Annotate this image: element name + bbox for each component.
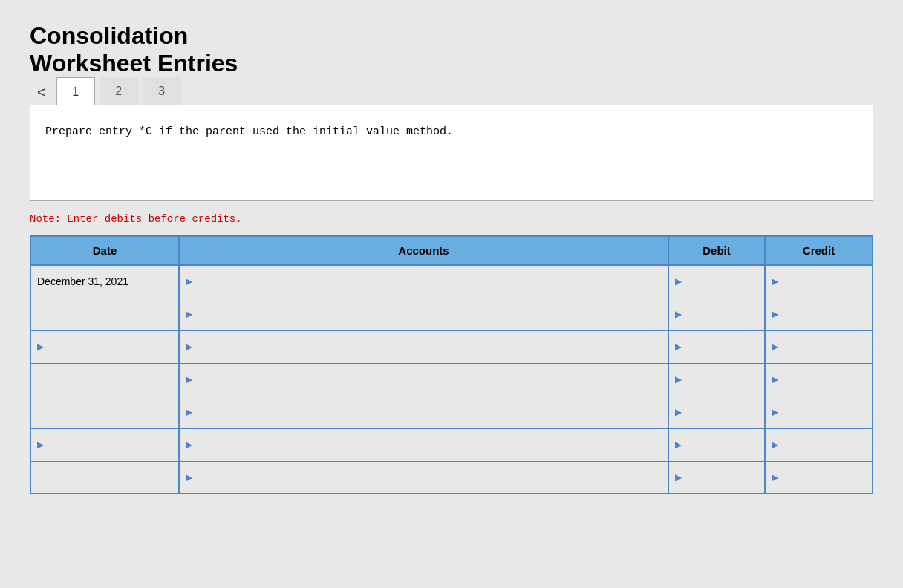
arrow-icon: ▶ (675, 440, 682, 450)
arrow-icon: ▶ (186, 374, 192, 385)
title-line1: Consolidation (30, 22, 188, 49)
date-cell-1: December 31, 2021 (30, 265, 179, 298)
accounts-cell-3[interactable]: ▶ (179, 330, 668, 363)
accounts-input-1[interactable] (195, 275, 662, 287)
arrow-icon: ▶ (772, 342, 778, 352)
credit-input-6[interactable] (781, 439, 866, 451)
credit-cell-1[interactable]: ▶ (765, 265, 873, 298)
page-container: Consolidation Worksheet Entries < 1 2 3 … (30, 22, 873, 494)
credit-input-5[interactable] (781, 406, 866, 418)
credit-input-7[interactable] (781, 471, 866, 483)
accounts-input-2[interactable] (195, 308, 662, 320)
tab-1[interactable]: 1 (56, 77, 95, 105)
header-credit: Credit (765, 236, 873, 265)
tabs-container: < 1 2 3 (30, 77, 873, 105)
debit-input-6[interactable] (685, 439, 758, 451)
date-input-3[interactable] (47, 341, 172, 353)
arrow-icon: ▶ (37, 440, 44, 450)
table-row: ▶ ▶ ▶ (30, 330, 873, 363)
debit-cell-7[interactable]: ▶ (668, 461, 765, 494)
credit-cell-3[interactable]: ▶ (765, 330, 873, 363)
date-cell-6[interactable]: ▶ (30, 428, 179, 461)
accounts-cell-6[interactable]: ▶ (179, 428, 668, 461)
arrow-icon: ▶ (675, 276, 682, 287)
credit-input-1[interactable] (781, 275, 866, 287)
accounts-input-3[interactable] (195, 341, 662, 353)
date-cell-7 (30, 461, 179, 494)
arrow-icon: ▶ (675, 374, 682, 385)
accounts-input-6[interactable] (195, 439, 662, 451)
accounts-input-4[interactable] (195, 373, 662, 385)
note-text: Note: Enter debits before credits. (30, 213, 873, 225)
title-line2: Worksheet Entries (30, 50, 238, 76)
accounts-cell-1[interactable]: ▶ (179, 265, 668, 298)
debit-cell-4[interactable]: ▶ (668, 363, 765, 396)
accounts-input-5[interactable] (195, 406, 662, 418)
debit-input-4[interactable] (685, 373, 758, 385)
instruction-text: Prepare entry *C if the parent used the … (45, 123, 858, 141)
arrow-icon: ▶ (186, 440, 192, 450)
arrow-icon: ▶ (675, 309, 682, 319)
date-cell-2 (30, 298, 179, 330)
credit-input-3[interactable] (781, 341, 866, 353)
debit-input-3[interactable] (685, 341, 758, 353)
date-cell-5 (30, 396, 179, 428)
tab-3[interactable]: 3 (143, 77, 181, 105)
arrow-icon: ▶ (675, 472, 682, 483)
accounts-cell-2[interactable]: ▶ (179, 298, 668, 330)
table-row: ▶ ▶ ▶ (30, 363, 873, 396)
arrow-icon: ▶ (772, 472, 778, 483)
instruction-area: Prepare entry *C if the parent used the … (30, 105, 873, 201)
arrow-icon: ▶ (186, 309, 192, 319)
credit-cell-7[interactable]: ▶ (765, 461, 873, 494)
accounts-input-7[interactable] (195, 471, 662, 483)
tab-back-button[interactable]: < (30, 79, 53, 105)
debit-input-5[interactable] (685, 406, 758, 418)
accounts-cell-7[interactable]: ▶ (179, 461, 668, 494)
debit-cell-1[interactable]: ▶ (668, 265, 765, 298)
credit-input-4[interactable] (781, 373, 866, 385)
header-date: Date (30, 236, 179, 265)
arrow-icon: ▶ (772, 309, 778, 319)
credit-cell-6[interactable]: ▶ (765, 428, 873, 461)
arrow-icon: ▶ (772, 374, 778, 385)
header-accounts: Accounts (179, 236, 668, 265)
table-header-row: Date Accounts Debit Credit (30, 236, 873, 265)
debit-input-7[interactable] (685, 471, 758, 483)
debit-input-1[interactable] (685, 275, 758, 287)
table-row: ▶ ▶ ▶ (30, 428, 873, 461)
arrow-icon: ▶ (675, 407, 682, 417)
debit-input-2[interactable] (685, 308, 758, 320)
credit-input-2[interactable] (781, 308, 866, 320)
page-title: Consolidation Worksheet Entries (30, 22, 873, 77)
table-row: ▶ ▶ ▶ (30, 461, 873, 494)
credit-cell-2[interactable]: ▶ (765, 298, 873, 330)
credit-cell-5[interactable]: ▶ (765, 396, 873, 428)
arrow-icon: ▶ (186, 472, 192, 483)
date-input-6[interactable] (47, 439, 172, 451)
arrow-icon: ▶ (37, 342, 44, 352)
arrow-icon: ▶ (675, 342, 682, 352)
entry-table: Date Accounts Debit Credit December 31, … (30, 235, 873, 494)
debit-cell-3[interactable]: ▶ (668, 330, 765, 363)
arrow-icon: ▶ (186, 342, 192, 352)
accounts-cell-4[interactable]: ▶ (179, 363, 668, 396)
arrow-icon: ▶ (186, 407, 192, 417)
arrow-icon: ▶ (772, 407, 778, 417)
debit-cell-6[interactable]: ▶ (668, 428, 765, 461)
debit-cell-2[interactable]: ▶ (668, 298, 765, 330)
header-debit: Debit (668, 236, 765, 265)
debit-cell-5[interactable]: ▶ (668, 396, 765, 428)
date-cell-4 (30, 363, 179, 396)
arrow-icon: ▶ (772, 276, 778, 287)
credit-cell-4[interactable]: ▶ (765, 363, 873, 396)
table-row: December 31, 2021 ▶ ▶ ▶ (30, 265, 873, 298)
table-row: ▶ ▶ ▶ (30, 396, 873, 428)
arrow-icon: ▶ (772, 440, 778, 450)
tab-2[interactable]: 2 (100, 77, 138, 105)
accounts-cell-5[interactable]: ▶ (179, 396, 668, 428)
arrow-icon: ▶ (186, 276, 192, 287)
table-row: ▶ ▶ ▶ (30, 298, 873, 330)
date-cell-3[interactable]: ▶ (30, 330, 179, 363)
